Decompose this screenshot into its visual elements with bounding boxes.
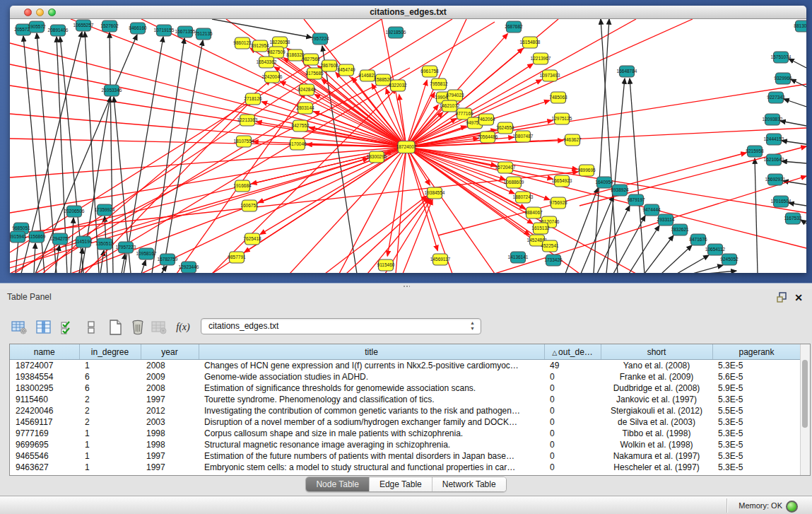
graph-node[interactable]: 18807243 (513, 192, 534, 203)
graph-node[interactable]: 10807487 (513, 131, 534, 142)
table-row[interactable]: 911546021997Tourette syndrome. Phenomeno… (10, 394, 801, 405)
graph-node[interactable]: 8912954 (251, 40, 269, 52)
graph-node[interactable]: 2687682 (505, 21, 523, 33)
graph-node[interactable]: 1145194 (75, 236, 93, 247)
table-row[interactable]: 946554611997Estimation of the future num… (10, 450, 801, 462)
graph-node[interactable]: 9329966 (774, 73, 792, 84)
graph-node[interactable]: 12213363 (237, 115, 258, 126)
graph-node[interactable]: 7485063 (549, 92, 567, 103)
graph-node[interactable]: 9463627 (563, 134, 582, 146)
graph-node[interactable]: 3624554 (496, 122, 514, 134)
graph-node[interactable]: 2867608 (320, 60, 339, 71)
graph-node[interactable]: 9827568 (302, 54, 320, 65)
graph-node[interactable]: 1615132 (531, 223, 550, 234)
graph-node[interactable]: 1527602 (100, 21, 119, 32)
graph-node[interactable]: 10973493 (540, 70, 560, 81)
graph-node[interactable]: 16654923 (552, 175, 572, 187)
graph-node[interactable]: 6961758 (420, 66, 439, 77)
graph-node[interactable]: 1905572 (28, 21, 46, 33)
graph-node[interactable]: 18300295 (367, 151, 387, 163)
table-row[interactable]: 2242004622012Investigating the contribut… (10, 405, 801, 416)
graph-node[interactable]: 1588520 (374, 74, 392, 86)
graph-node[interactable]: 15751074 (771, 52, 792, 63)
graph-node[interactable]: 22420046 (262, 71, 283, 83)
graph-node[interactable]: 1640954 (595, 177, 613, 188)
graph-node[interactable]: 12942757 (50, 233, 71, 245)
graph-node[interactable]: 15720407 (495, 162, 516, 173)
graph-node[interactable]: 9899695 (577, 165, 596, 176)
graph-node[interactable]: 19218506 (386, 27, 406, 38)
graph-node[interactable]: 1350513 (95, 238, 114, 250)
table-row[interactable]: 969969511998Structural magnetic resonanc… (10, 439, 801, 450)
graph-node[interactable]: 14569117 (430, 254, 451, 265)
column-header-name[interactable]: name (10, 344, 79, 360)
table-scrollbar[interactable] (800, 344, 810, 475)
graph-node[interactable]: 14136141 (508, 252, 529, 263)
graph-node[interactable]: 1156869 (28, 231, 46, 243)
graph-node[interactable]: 9115460 (377, 259, 395, 271)
graph-node[interactable]: 1167533 (784, 213, 802, 224)
table-row[interactable]: 1872400712008Changes of HCN gene express… (10, 360, 801, 372)
graph-node[interactable]: 7512135 (194, 28, 213, 40)
graph-node[interactable]: 7462064 (477, 114, 495, 125)
graph-node[interactable]: 12093832 (763, 114, 783, 125)
graph-node[interactable]: 8427552 (291, 120, 310, 132)
graph-node[interactable]: 6879197 (627, 194, 645, 206)
graph-node[interactable]: 9756928 (549, 197, 567, 209)
graph-node[interactable]: 20891406 (48, 25, 69, 36)
graph-node[interactable]: 8215958 (746, 146, 764, 157)
new-table-icon[interactable] (106, 317, 124, 337)
graph-node[interactable]: 9146821 (358, 70, 377, 81)
function-builder-icon[interactable]: f(x) (174, 317, 192, 337)
graph-node[interactable]: 17359924 (95, 204, 115, 216)
column-header-out_de[interactable]: △out_de… (544, 344, 601, 360)
graph-node[interactable]: 2718126 (244, 93, 262, 105)
graph-node[interactable]: 12444153 (764, 134, 784, 145)
graph-node[interactable]: 9245052 (720, 254, 739, 265)
graph-node[interactable]: 9857791 (228, 252, 246, 263)
table-row[interactable]: 1830029562008Estimation of significance … (10, 382, 801, 394)
graph-node[interactable]: 19384554 (425, 187, 445, 199)
network-canvas[interactable]: 9860123891295418226058982750916543362818… (10, 19, 806, 273)
graph-node[interactable]: 9227343 (767, 92, 785, 103)
graph-node[interactable]: 10719155 (154, 25, 175, 36)
graph-node[interactable]: 15692931 (765, 174, 786, 185)
delete-table-icon[interactable] (129, 317, 147, 337)
graph-node[interactable]: 18107554 (234, 136, 254, 147)
graph-node[interactable]: 10655257 (73, 20, 94, 31)
graph-node[interactable]: 16210643 (764, 154, 784, 165)
select-all-check-icon[interactable] (59, 317, 77, 337)
table-row[interactable]: 1456911722003Disruption of a novel membe… (10, 416, 801, 428)
graph-node[interactable]: 10654112 (705, 244, 726, 255)
graph-node[interactable]: 9242848 (298, 84, 316, 95)
graph-node[interactable]: 8186328 (286, 49, 305, 61)
table-row[interactable]: 1938455462009Genome-wide association stu… (10, 371, 801, 382)
graph-node[interactable]: 2933114 (657, 214, 675, 226)
graph-node[interactable]: 17016504 (771, 196, 792, 207)
graph-node[interactable]: 7955812 (430, 78, 448, 90)
graph-node[interactable]: 10958167 (136, 248, 157, 259)
graph-node[interactable]: 8322032 (389, 80, 407, 91)
network-svg[interactable]: 9860123891295418226058982750916543362818… (10, 19, 806, 273)
graph-node[interactable]: 1916684 (233, 180, 252, 192)
graph-node[interactable]: 8471676 (689, 234, 707, 245)
graph-node[interactable]: 12923446 (179, 262, 199, 273)
graph-node[interactable]: 7625418 (243, 233, 261, 245)
column-header-title[interactable]: title (199, 344, 544, 360)
column-header-pagerank[interactable]: pagerank (712, 344, 801, 360)
network-window-titlebar[interactable]: citations_edges.txt (10, 6, 806, 19)
graph-node[interactable]: 20206506 (64, 206, 85, 217)
graph-node[interactable]: 7957224 (311, 33, 329, 45)
column-header-short[interactable]: short (601, 344, 712, 360)
table-settings-icon[interactable] (10, 317, 28, 337)
graph-node[interactable]: 2803144 (296, 103, 314, 114)
graph-node[interactable]: 16648784 (617, 66, 637, 77)
graph-node[interactable]: 1733426 (544, 255, 563, 266)
tab-node-table[interactable]: Node Table (306, 477, 370, 491)
graph-node[interactable]: 16671355 (175, 26, 196, 37)
column-header-in_degree[interactable]: in_degree (79, 344, 141, 360)
graph-node[interactable]: 12213967 (531, 53, 551, 64)
table-column-icon[interactable] (35, 317, 53, 337)
graph-node[interactable]: 3915941 (10, 231, 27, 243)
window-close-button[interactable] (24, 8, 32, 16)
